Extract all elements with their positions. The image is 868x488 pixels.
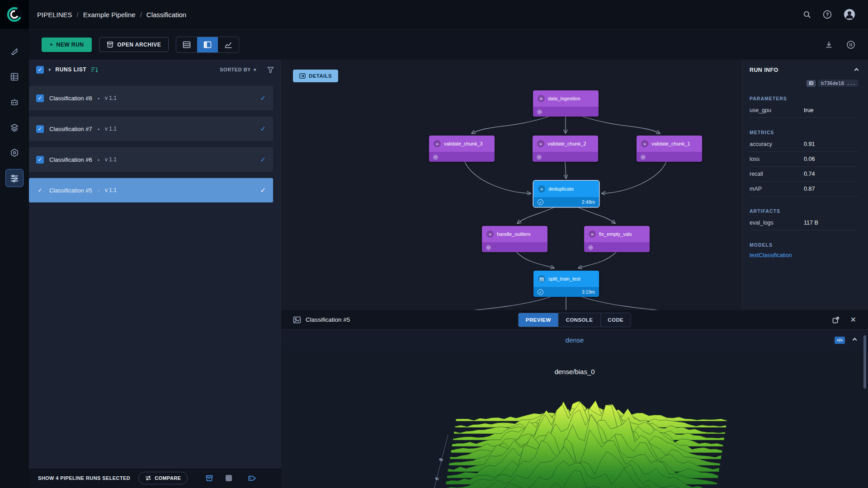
document-icon: ▤	[538, 275, 545, 282]
chart-view-icon[interactable]	[218, 37, 239, 52]
run-name: Classification #6	[49, 156, 92, 163]
run-checkbox[interactable]: ✓	[36, 94, 44, 102]
run-version: v 1.1	[105, 156, 117, 163]
code-badge-icon[interactable]: </>	[835, 337, 845, 344]
separator-dot-icon: ●	[98, 189, 99, 192]
chevron-down-icon[interactable]: ▾	[48, 67, 51, 73]
sidebar-item-datasets[interactable]	[5, 68, 24, 86]
scrollbar-thumb[interactable]	[863, 335, 866, 389]
details-label: DETAILS	[309, 73, 332, 79]
open-archive-button[interactable]: OPEN ARCHIVE	[99, 37, 169, 52]
run-version: v 1.1	[105, 126, 117, 132]
tab-preview[interactable]: PREVIEW	[519, 313, 558, 327]
breadcrumb-current[interactable]: Classification	[146, 11, 186, 19]
run-name: Classification #8	[49, 95, 92, 102]
node-validate-chunk-1[interactable]: »validate_chunk_1 ◎	[637, 136, 702, 162]
info-row: mAP0.87	[750, 182, 858, 197]
run-row[interactable]: ✓Classification #6●v 1.1✓	[29, 147, 273, 172]
run-checkbox[interactable]: ✓	[36, 125, 44, 133]
archive-icon	[107, 41, 113, 48]
selection-footer: SHOW 4 PIPELINE RUNS SELECTED COMPARE	[29, 468, 281, 488]
sidebar-item-projects[interactable]	[5, 42, 24, 61]
cached-icon: ◎	[537, 154, 541, 160]
artifacts-label: ARTIFACTS	[750, 208, 858, 214]
details-button[interactable]: DETAILS	[293, 70, 338, 82]
compare-button[interactable]: COMPARE	[138, 472, 188, 484]
breadcrumb: PIPELINES / Example Pipeline / Classific…	[37, 11, 186, 19]
tab-code[interactable]: CODE	[600, 313, 631, 327]
sorted-by-control[interactable]: SORTED BY ▾	[220, 67, 256, 73]
expand-icon[interactable]	[832, 316, 840, 324]
node-label: split_train_test	[548, 276, 580, 282]
user-avatar[interactable]	[844, 9, 855, 20]
info-value: 0.06	[804, 156, 815, 162]
open-archive-label: OPEN ARCHIVE	[117, 42, 161, 48]
table-view-icon[interactable]	[176, 37, 197, 52]
node-validate-chunk-2[interactable]: »validate_chunk_2 ◎	[533, 136, 598, 162]
info-key: eval_logs	[750, 220, 804, 226]
surface-plot[interactable]: 864title	[403, 380, 746, 488]
queue-icon[interactable]	[846, 40, 855, 49]
run-name: Classification #5	[49, 187, 92, 194]
cached-icon: ◎	[433, 154, 438, 160]
details-icon	[299, 73, 306, 79]
split-view-icon[interactable]	[197, 37, 218, 52]
nav-rail	[0, 29, 29, 488]
collapse-chevron-icon[interactable]	[854, 68, 859, 72]
models-label: MODELS	[750, 242, 858, 248]
breadcrumb-pipelines[interactable]: PIPELINES	[37, 11, 72, 19]
preview-tabs: PREVIEW CONSOLE CODE	[518, 313, 631, 327]
sort-icon[interactable]	[91, 66, 98, 73]
run-checkbox[interactable]: ✓	[36, 156, 44, 164]
metric-section-actions: </>	[835, 337, 856, 344]
check-circle-icon: ✓	[538, 289, 543, 295]
model-link[interactable]: textClassification	[750, 252, 858, 258]
preview-panel: Classification #5 PREVIEW CONSOLE CODE ✕…	[281, 310, 868, 488]
run-completed-check-icon: ✓	[260, 186, 266, 194]
parameters-label: PARAMETERS	[750, 96, 858, 101]
metric-section-bar[interactable]: dense </>	[281, 330, 868, 351]
tag-icon[interactable]	[248, 475, 256, 482]
breadcrumb-project[interactable]: Example Pipeline	[83, 11, 136, 19]
new-run-button[interactable]: + NEW RUN	[42, 38, 92, 52]
run-row[interactable]: ✓Classification #7●v 1.1✓	[29, 117, 273, 141]
node-validate-chunk-3[interactable]: »validate_chunk_3 ◎	[429, 136, 495, 162]
chevrons-icon: »	[538, 185, 545, 192]
run-row[interactable]: ✓Classification #8●v 1.1✓	[29, 86, 273, 110]
tab-console[interactable]: CONSOLE	[558, 313, 600, 327]
close-icon[interactable]: ✕	[850, 315, 856, 324]
info-key: use_gpu	[750, 107, 804, 113]
help-icon[interactable]: ?	[823, 10, 832, 19]
clearml-logo[interactable]	[0, 0, 29, 29]
toolbar-right-actions	[825, 40, 855, 49]
grid-icon	[10, 72, 19, 81]
select-all-checkbox[interactable]: ✓	[36, 66, 44, 74]
check-circle-icon: ✓	[538, 199, 543, 205]
filter-icon[interactable]	[267, 66, 274, 73]
node-deduplicate[interactable]: »deduplicate ✓2:48m	[533, 181, 599, 207]
info-key: mAP	[750, 186, 804, 192]
rocket-icon	[10, 47, 19, 56]
topbar-actions: ?	[803, 9, 868, 20]
run-checkbox[interactable]: ✓	[36, 187, 44, 194]
node-handle-outliers[interactable]: »handle_outliers ◎	[482, 226, 547, 252]
cached-icon: ◎	[588, 244, 593, 250]
run-id-row: ID b736de18 ...	[750, 80, 858, 87]
run-name: Classification #7	[49, 126, 92, 132]
abort-icon[interactable]	[226, 475, 232, 481]
node-fix-empty-vals[interactable]: »fix_empty_vals ◎	[584, 226, 650, 252]
sidebar-item-reports[interactable]	[5, 144, 24, 162]
pipelines-icon	[10, 174, 19, 183]
id-value[interactable]: b736de18 ...	[818, 80, 858, 87]
search-icon[interactable]	[803, 10, 811, 19]
archive-selected-icon[interactable]	[206, 474, 213, 482]
sidebar-item-workers[interactable]	[5, 93, 24, 111]
node-data-ingestion[interactable]: ≡data_ingestion ◎	[533, 90, 599, 117]
node-split-train-test[interactable]: ▤split_train_test ✓3:19m	[533, 271, 599, 297]
download-icon[interactable]	[825, 41, 833, 48]
sidebar-item-layers[interactable]	[5, 118, 24, 136]
collapse-chevron-icon[interactable]	[853, 338, 857, 343]
info-value: 0.74	[804, 171, 815, 177]
sidebar-item-pipelines[interactable]	[5, 169, 24, 187]
run-row[interactable]: ✓Classification #5●v 1.1✓	[29, 178, 273, 202]
